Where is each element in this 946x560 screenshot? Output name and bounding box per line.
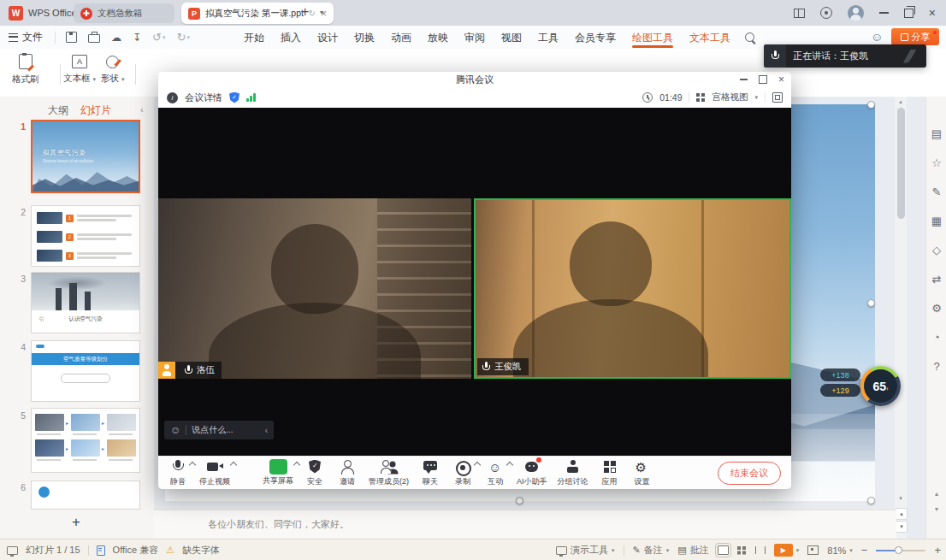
meeting-info-label[interactable]: 会议详情 bbox=[185, 91, 222, 104]
video-tile-right-active-speaker[interactable]: 王俊凯 bbox=[474, 198, 791, 379]
scroll-down-icon[interactable]: ▾ bbox=[895, 495, 907, 502]
slide-sorter-view-button[interactable] bbox=[737, 546, 747, 554]
edit-icon[interactable]: ✎ bbox=[926, 186, 946, 198]
menu-tab[interactable]: 动画 bbox=[383, 27, 419, 49]
notes-area[interactable]: 各位小朋友们、同学们，大家好。 bbox=[154, 510, 896, 539]
object-properties-icon[interactable]: ▤ bbox=[926, 127, 946, 140]
save-icon[interactable] bbox=[66, 32, 77, 43]
chevron-up-icon[interactable] bbox=[474, 461, 481, 468]
tab-outline[interactable]: 大纲 bbox=[48, 103, 68, 118]
format-painter-button[interactable]: 格式刷 bbox=[12, 50, 39, 85]
shape-button[interactable]: 形状 ▾ bbox=[101, 50, 124, 85]
selection-handle-top-right[interactable] bbox=[867, 101, 875, 109]
slide-thumbnail-4[interactable]: 空气质量等级划分 bbox=[31, 340, 140, 402]
menu-tab[interactable]: 会员专享 bbox=[567, 27, 624, 49]
quick-chat-bar[interactable]: ☺ 说点什么... ‹ bbox=[164, 421, 274, 439]
notes-button[interactable]: ✎ 备注▾ bbox=[633, 544, 670, 557]
menu-tab[interactable]: 开始 bbox=[236, 27, 272, 49]
meeting-minimize-button[interactable] bbox=[740, 79, 748, 80]
meeting-toolbar-item[interactable]: 管理成员(2) bbox=[369, 459, 409, 487]
normal-view-button[interactable] bbox=[718, 545, 729, 555]
menu-tab[interactable]: 插入 bbox=[273, 27, 309, 49]
meeting-info-icon[interactable]: i bbox=[167, 92, 178, 103]
redo-button[interactable]: ↻▾ bbox=[176, 31, 189, 44]
chevron-up-icon[interactable] bbox=[293, 462, 300, 469]
meeting-toolbar-item[interactable]: 静音 bbox=[167, 459, 189, 487]
search-icon[interactable] bbox=[745, 32, 754, 42]
transition-icon[interactable]: ⇄ bbox=[926, 273, 946, 286]
meeting-close-button[interactable]: × bbox=[778, 74, 784, 85]
tab-slides[interactable]: 幻灯片 bbox=[80, 103, 111, 118]
meeting-toolbar-item[interactable]: 邀请 bbox=[336, 459, 358, 487]
meeting-toolbar-item[interactable]: 应用 bbox=[599, 459, 621, 487]
scroll-up-icon[interactable]: ▴ bbox=[895, 98, 907, 105]
feedback-smiley-icon[interactable]: ☺ bbox=[871, 30, 883, 44]
export-icon[interactable]: ↧ bbox=[133, 32, 141, 43]
rail-collapse-down-icon[interactable]: ▾ bbox=[926, 505, 946, 513]
close-button[interactable]: × bbox=[929, 7, 936, 19]
share-button[interactable]: 分享 bbox=[891, 28, 939, 45]
meeting-toolbar-item[interactable]: 聊天 bbox=[419, 459, 441, 487]
chevron-up-icon[interactable] bbox=[506, 461, 513, 468]
slide-thumbnail-5[interactable]: ▸ ▸ ▸ ▸ bbox=[31, 408, 140, 473]
compat-label[interactable]: Office 兼容 bbox=[113, 544, 159, 557]
layout-icon[interactable]: ▦ bbox=[926, 215, 946, 227]
meeting-titlebar[interactable]: 腾讯会议 bbox=[158, 72, 791, 87]
smart-beautify-icon[interactable]: ☆ bbox=[926, 156, 946, 169]
menu-tab[interactable]: 审阅 bbox=[457, 27, 493, 49]
help-icon[interactable]: ? bbox=[926, 360, 946, 373]
meeting-toolbar-item[interactable]: 共享屏幕 bbox=[263, 459, 293, 486]
menu-tab[interactable]: 放映 bbox=[420, 27, 456, 49]
menu-tab[interactable]: 视图 bbox=[494, 27, 529, 49]
settings-panel-icon[interactable]: ⚙ bbox=[926, 302, 946, 315]
shape-panel-icon[interactable]: ◇ bbox=[926, 244, 946, 256]
menu-tab[interactable]: 文本工具 bbox=[682, 27, 738, 49]
booster-ball[interactable]: 65, bbox=[860, 366, 901, 406]
play-slideshow-button[interactable]: ▶▾ bbox=[774, 544, 800, 557]
meeting-restore-button[interactable] bbox=[759, 75, 767, 84]
end-meeting-button[interactable]: 结束会议 bbox=[718, 462, 781, 485]
panel-collapse-icon[interactable]: ‹ bbox=[140, 104, 144, 115]
speaking-indicator[interactable]: 正在讲话：王俊凯 bbox=[764, 44, 926, 68]
vertical-scrollbar[interactable]: ▴ ▾ ▴ ▾ bbox=[895, 97, 907, 539]
tab-presentation-file[interactable]: P 拟真空气污染 第一课.pptx ↻ × bbox=[181, 3, 334, 24]
zoom-slider-knob[interactable] bbox=[895, 546, 902, 554]
undo-button[interactable]: ↺▾ bbox=[152, 31, 165, 44]
comments-button[interactable]: ▤ 批注 bbox=[677, 544, 708, 557]
chat-input-placeholder[interactable]: 说点什么... bbox=[192, 424, 259, 436]
window-split-icon[interactable] bbox=[794, 9, 805, 18]
history-icon[interactable]: ◔ bbox=[926, 331, 946, 344]
slide-thumbnail-6[interactable] bbox=[31, 480, 140, 510]
presentation-tools-button[interactable]: 演示工具▾ bbox=[556, 544, 615, 557]
zoom-in-button[interactable]: + bbox=[934, 545, 941, 556]
meeting-toolbar-item[interactable]: 设置 bbox=[631, 459, 653, 487]
chat-collapse-icon[interactable]: ‹ bbox=[265, 426, 268, 435]
meeting-toolbar-item[interactable]: AI小助手 bbox=[517, 459, 547, 487]
add-slide-button[interactable]: + bbox=[72, 514, 80, 531]
textbox-button[interactable]: A 文本框 ▾ bbox=[63, 50, 96, 85]
user-avatar[interactable] bbox=[848, 5, 864, 21]
menu-tab[interactable]: 切换 bbox=[346, 27, 382, 49]
fit-window-button[interactable] bbox=[807, 545, 819, 555]
menu-tab[interactable]: 设计 bbox=[310, 27, 346, 49]
slide-thumbnail-2[interactable]: 1 2 3 bbox=[31, 205, 140, 267]
tab-doc-rescue[interactable]: 文档急救箱 bbox=[74, 3, 174, 23]
meeting-toolbar-item[interactable]: 互动 bbox=[484, 459, 506, 487]
previous-slide-button[interactable]: ▴ bbox=[896, 508, 908, 520]
meeting-toolbar-item[interactable]: 分组讨论 bbox=[558, 459, 588, 487]
cloud-sync-icon[interactable]: ☁ bbox=[111, 32, 121, 43]
file-menu-button[interactable]: 文件 bbox=[0, 26, 51, 49]
theme-wheel-icon[interactable] bbox=[820, 7, 832, 19]
meeting-toolbar-item[interactable]: 停止视频 bbox=[199, 459, 230, 487]
zoom-out-button[interactable]: − bbox=[861, 545, 868, 556]
menu-tab[interactable]: 绘图工具 bbox=[624, 27, 681, 49]
scrollbar-thumb[interactable] bbox=[897, 108, 905, 219]
missing-fonts-label[interactable]: 缺失字体 bbox=[182, 544, 220, 557]
chevron-up-icon[interactable] bbox=[230, 461, 237, 468]
meeting-toolbar-item[interactable]: 安全 bbox=[304, 459, 326, 487]
fullscreen-icon[interactable] bbox=[772, 92, 783, 103]
emoji-icon[interactable]: ☺ bbox=[170, 425, 180, 435]
selection-handle-bottom-center[interactable] bbox=[516, 497, 523, 504]
layout-switch-label[interactable]: 宫格视图 bbox=[712, 91, 748, 103]
new-tab-button[interactable]: + bbox=[301, 4, 309, 20]
